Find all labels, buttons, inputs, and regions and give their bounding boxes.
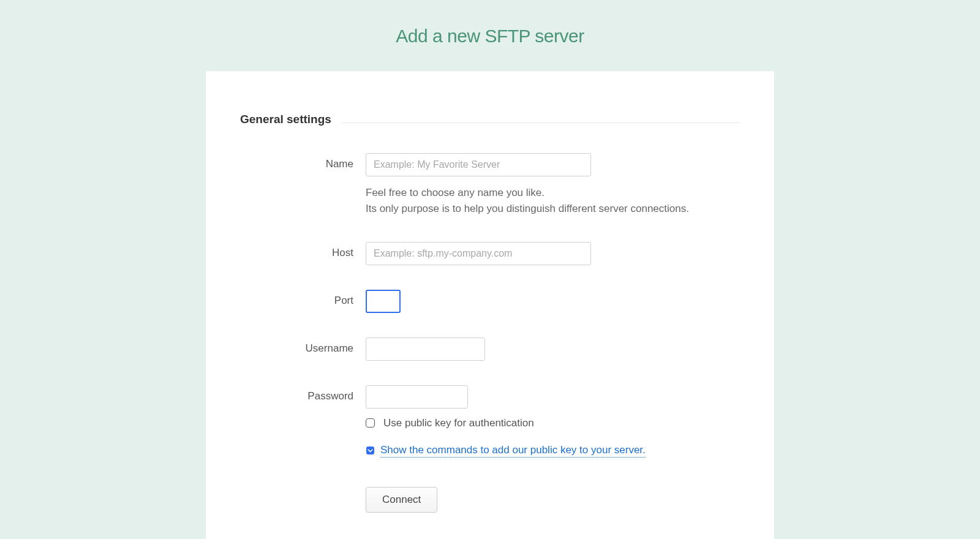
name-help-line1: Feel free to choose any name you like. bbox=[366, 187, 545, 198]
chevron-down-icon[interactable] bbox=[366, 447, 374, 455]
section-title: General settings bbox=[240, 113, 342, 126]
row-host: Host bbox=[240, 242, 740, 265]
row-port: Port bbox=[240, 290, 740, 313]
label-username: Username bbox=[240, 337, 366, 355]
name-help: Feel free to choose any name you like. I… bbox=[366, 185, 740, 217]
row-name: Name Feel free to choose any name you li… bbox=[240, 153, 740, 217]
submit-row: Connect bbox=[240, 487, 740, 513]
label-password: Password bbox=[240, 385, 366, 402]
connect-button[interactable]: Connect bbox=[366, 487, 437, 513]
username-input[interactable] bbox=[366, 337, 485, 361]
row-username: Username bbox=[240, 337, 740, 361]
svg-rect-0 bbox=[366, 447, 374, 454]
section-header: General settings bbox=[240, 113, 740, 126]
row-password: Password Use public key for authenticati… bbox=[240, 385, 740, 458]
public-key-checkbox[interactable] bbox=[366, 418, 375, 428]
section-rule bbox=[342, 123, 740, 123]
label-name: Name bbox=[240, 153, 366, 170]
name-input[interactable] bbox=[366, 153, 591, 176]
password-input[interactable] bbox=[366, 385, 468, 409]
label-host: Host bbox=[240, 242, 366, 259]
label-port: Port bbox=[240, 290, 366, 307]
name-help-line2: Its only purpose is to help you distingu… bbox=[366, 203, 689, 214]
host-input[interactable] bbox=[366, 242, 591, 265]
show-commands-link[interactable]: Show the commands to add our public key … bbox=[380, 444, 646, 458]
public-key-label: Use public key for authentication bbox=[383, 417, 534, 429]
public-key-row: Use public key for authentication bbox=[366, 417, 740, 429]
port-input[interactable] bbox=[366, 290, 401, 313]
settings-card: General settings Name Feel free to choos… bbox=[206, 71, 774, 539]
expander-row: Show the commands to add our public key … bbox=[366, 444, 740, 458]
page-title: Add a new SFTP server bbox=[0, 0, 980, 71]
